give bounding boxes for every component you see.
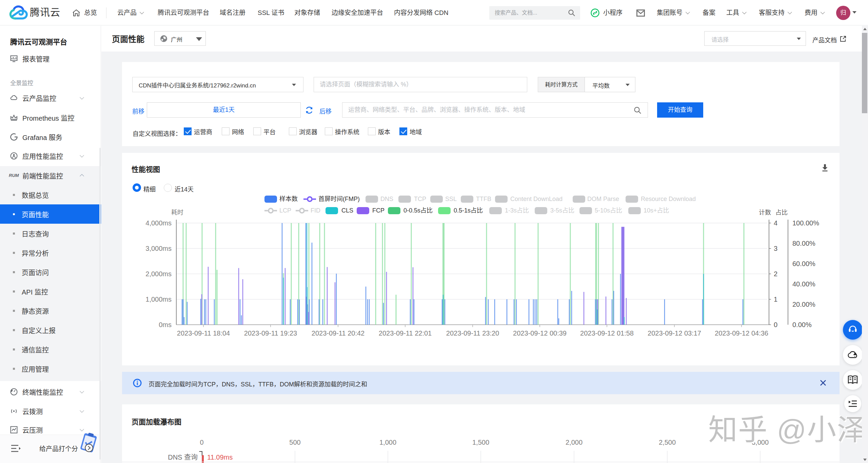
svg-text:2023-09-12 01:58: 2023-09-12 01:58 — [580, 329, 634, 337]
svg-text:40.00%: 40.00% — [792, 280, 815, 288]
svg-text:11.09ms: 11.09ms — [207, 454, 233, 461]
svg-text:100.00%: 100.00% — [792, 219, 819, 227]
svg-text:2: 2 — [774, 270, 777, 278]
svg-text:0.00%: 0.00% — [792, 321, 812, 328]
svg-text:2,000: 2,000 — [566, 439, 583, 446]
svg-text:2023-09-11 19:23: 2023-09-11 19:23 — [244, 329, 297, 337]
svg-text:0: 0 — [774, 321, 777, 328]
svg-text:60.00%: 60.00% — [792, 260, 815, 267]
svg-text:1,500: 1,500 — [472, 439, 489, 446]
svg-text:2023-09-11 20:42: 2023-09-11 20:42 — [312, 329, 364, 337]
svg-text:500: 500 — [289, 439, 300, 446]
svg-text:1,000ms: 1,000ms — [145, 296, 172, 303]
svg-text:3,000ms: 3,000ms — [145, 245, 172, 252]
svg-text:0ms: 0ms — [159, 321, 172, 328]
svg-text:2,500: 2,500 — [659, 439, 676, 446]
svg-text:20.00%: 20.00% — [792, 301, 815, 308]
svg-text:0: 0 — [200, 439, 203, 446]
svg-text:2023-09-11 23:20: 2023-09-11 23:20 — [446, 329, 499, 337]
svg-text:80.00%: 80.00% — [792, 240, 815, 247]
svg-text:2023-09-11 18:04: 2023-09-11 18:04 — [177, 329, 230, 337]
svg-text:4,000ms: 4,000ms — [145, 219, 172, 227]
svg-text:2,000ms: 2,000ms — [145, 270, 172, 278]
svg-text:DNS 查询: DNS 查询 — [168, 454, 198, 461]
svg-text:3: 3 — [774, 245, 777, 252]
svg-text:RUM: RUM — [9, 173, 19, 178]
svg-text:2023-09-12 04:36: 2023-09-12 04:36 — [715, 329, 768, 337]
svg-text:2023-09-12 03:17: 2023-09-12 03:17 — [648, 329, 701, 337]
svg-text:1,000: 1,000 — [379, 439, 396, 446]
svg-text:4: 4 — [774, 219, 777, 227]
svg-text:2023-09-11 22:01: 2023-09-11 22:01 — [379, 329, 432, 337]
svg-text:2023-09-12 00:39: 2023-09-12 00:39 — [513, 329, 567, 337]
svg-text:1: 1 — [774, 296, 777, 303]
